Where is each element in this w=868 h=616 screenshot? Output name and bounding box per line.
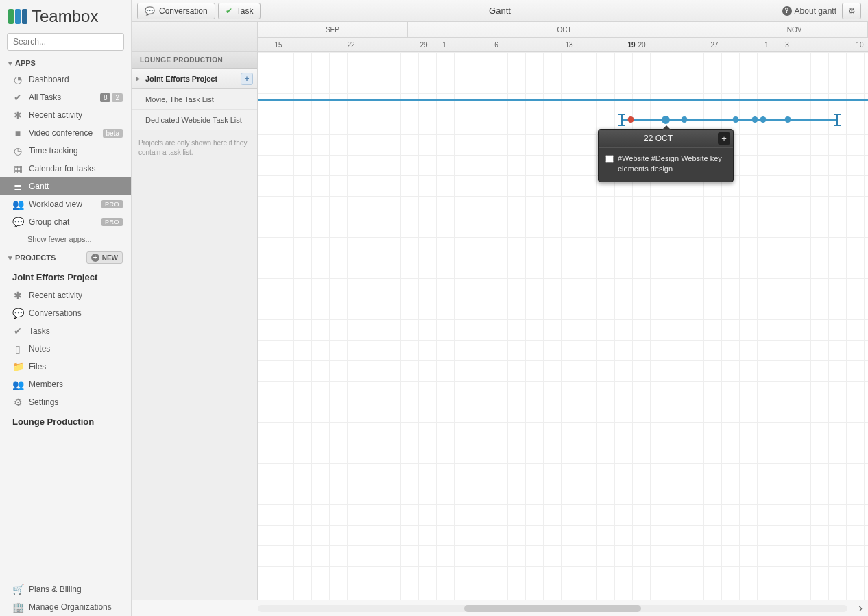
- sidebar-item-time[interactable]: ◷Time tracking: [0, 142, 131, 160]
- gantt-side-row[interactable]: Dedicated Webside Task List: [132, 110, 257, 130]
- project-item[interactable]: ✔Tasks: [0, 322, 131, 340]
- project-item-label: Conversations: [29, 308, 82, 318]
- project-item[interactable]: ✱Recent activity: [0, 286, 131, 304]
- people-icon: 👥: [12, 379, 23, 390]
- milestone-dot[interactable]: [733, 116, 739, 123]
- day-label: 6: [494, 38, 498, 52]
- settings-button[interactable]: ⚙: [842, 3, 861, 19]
- gantt-side-help: Projects are only shown here if they con…: [132, 130, 257, 166]
- org-icon: 🏢: [12, 602, 23, 613]
- day-label: 13: [565, 38, 572, 52]
- milestone-dot[interactable]: [785, 116, 791, 123]
- gantt: SEPOCTNOV 1522291613192027131017 LOUNGE …: [132, 22, 868, 616]
- gantt-scrollbar[interactable]: [258, 605, 847, 612]
- sidebar-item-chat[interactable]: 💬Group chatPRO: [0, 213, 131, 231]
- main: 💬 Conversation ✔ Task Gantt ? About gant…: [132, 0, 868, 616]
- footer-link[interactable]: 🏢Manage Organizations: [0, 598, 131, 616]
- gantt-chart[interactable]: 22 OCT + #Website #Design Website key el…: [258, 52, 868, 600]
- show-fewer-apps[interactable]: Show fewer apps...: [0, 231, 131, 247]
- caret-icon: ▸: [136, 75, 140, 82]
- new-project-button[interactable]: + NEW: [86, 251, 123, 264]
- section-apps-header[interactable]: ▾APPS: [0, 55, 131, 71]
- gantt-span-line[interactable]: [621, 119, 836, 121]
- day-label: 27: [710, 38, 718, 52]
- sidebar-item-label: All Tasks: [29, 93, 61, 102]
- sidebar-item-gantt[interactable]: ≣Gantt: [0, 177, 131, 195]
- timeline-header[interactable]: SEPOCTNOV 1522291613192027131017: [258, 22, 868, 51]
- clock-icon: ◷: [12, 145, 23, 156]
- month-label: SEP: [258, 22, 408, 37]
- task-tooltip: 22 OCT + #Website #Design Website key el…: [598, 129, 734, 182]
- chat-icon: 💬: [12, 308, 23, 319]
- gantt-row-website[interactable]: [258, 110, 868, 130]
- count-badge: 2: [112, 93, 123, 102]
- scroll-right-button[interactable]: ›: [858, 601, 863, 615]
- gantt-header: SEPOCTNOV 1522291613192027131017: [132, 22, 868, 52]
- section-projects-header[interactable]: ▾PROJECTS + NEW: [0, 247, 131, 267]
- about-gantt-link[interactable]: ? About gantt: [782, 6, 836, 16]
- tooltip-task-text: #Website #Design Website key elements de…: [618, 153, 726, 175]
- project-item-label: Notes: [29, 344, 50, 354]
- search-input[interactable]: [7, 33, 124, 51]
- gantt-bar[interactable]: [258, 99, 868, 101]
- gantt-group-header[interactable]: LOUNGE PRODUCTION: [132, 52, 257, 69]
- note-icon: ▯: [12, 343, 23, 354]
- sidebar-item-calendar[interactable]: ▦Calendar for tasks: [0, 160, 131, 177]
- project-title[interactable]: Joint Efforts Project: [0, 267, 131, 286]
- day-label: 10: [856, 38, 863, 52]
- grid-background: [258, 52, 868, 600]
- gantt-row-label: Joint Efforts Project: [145, 75, 217, 83]
- brand-mark: [8, 9, 27, 24]
- gantt-side-header-row[interactable]: ▸Joint Efforts Project+: [132, 69, 257, 89]
- gantt-row-movie[interactable]: [258, 89, 868, 110]
- project-item[interactable]: 💬Conversations: [0, 304, 131, 322]
- gauge-icon: ◔: [12, 74, 23, 85]
- sidebar-item-label: Dashboard: [29, 75, 69, 84]
- sidebar: Teambox ▾APPS ◔Dashboard✔All Tasks82✱Rec…: [0, 0, 132, 616]
- brand-logo: Teambox: [0, 0, 131, 29]
- gear-icon: ⚙: [12, 397, 23, 408]
- tooltip-task-checkbox[interactable]: [605, 155, 614, 163]
- tag-badge: PRO: [101, 218, 123, 226]
- burst-icon: ✱: [12, 110, 23, 121]
- day-label: 29: [420, 38, 427, 52]
- camera-icon: ■: [12, 127, 23, 138]
- add-task-button[interactable]: +: [241, 73, 253, 85]
- project-item-label: Tasks: [29, 326, 50, 336]
- day-label: 22: [347, 38, 354, 52]
- sidebar-item-dashboard[interactable]: ◔Dashboard: [0, 71, 131, 88]
- projects-block: Joint Efforts Project✱Recent activity💬Co…: [0, 267, 131, 431]
- footer-link[interactable]: 🛒Plans & Billing: [0, 580, 131, 598]
- milestone-dot[interactable]: [662, 116, 670, 124]
- project-item[interactable]: 👥Members: [0, 375, 131, 393]
- tooltip-add-button[interactable]: +: [718, 132, 730, 145]
- topbar: 💬 Conversation ✔ Task Gantt ? About gant…: [132, 0, 868, 22]
- project-item[interactable]: ⚙Settings: [0, 393, 131, 411]
- check-icon: ✔: [226, 6, 232, 16]
- sidebar-item-workload[interactable]: 👥Workload viewPRO: [0, 195, 131, 213]
- tooltip-date: 22 OCT: [599, 134, 718, 143]
- conversation-button[interactable]: 💬 Conversation: [137, 3, 215, 19]
- project-item[interactable]: 📁Files: [0, 358, 131, 375]
- project-item-label: Settings: [29, 397, 58, 407]
- gantt-span-end[interactable]: [836, 114, 838, 126]
- gantt-side-row[interactable]: Movie, The Task List: [132, 89, 257, 110]
- milestone-dot[interactable]: [760, 116, 767, 123]
- day-label: 20: [638, 38, 645, 52]
- milestone-dot[interactable]: [752, 116, 758, 123]
- project-item[interactable]: ▯Notes: [0, 340, 131, 358]
- sidebar-item-recent[interactable]: ✱Recent activity: [0, 106, 131, 124]
- milestone-overdue-dot[interactable]: [628, 116, 634, 123]
- sidebar-item-label: Recent activity: [29, 110, 82, 120]
- sidebar-item-alltasks[interactable]: ✔All Tasks82: [0, 88, 131, 106]
- project-title[interactable]: Lounge Production: [0, 411, 131, 431]
- task-button[interactable]: ✔ Task: [218, 3, 261, 19]
- sidebar-item-label: Calendar for tasks: [29, 164, 95, 173]
- sidebar-item-label: Gantt: [29, 182, 49, 191]
- sidebar-item-video[interactable]: ■Video conferencebeta: [0, 124, 131, 142]
- tag-badge: PRO: [101, 200, 123, 208]
- cart-icon: 🛒: [12, 584, 23, 595]
- milestone-dot[interactable]: [682, 116, 688, 123]
- gantt-scroll-thumb[interactable]: [464, 605, 641, 612]
- gantt-span-start[interactable]: [621, 114, 623, 126]
